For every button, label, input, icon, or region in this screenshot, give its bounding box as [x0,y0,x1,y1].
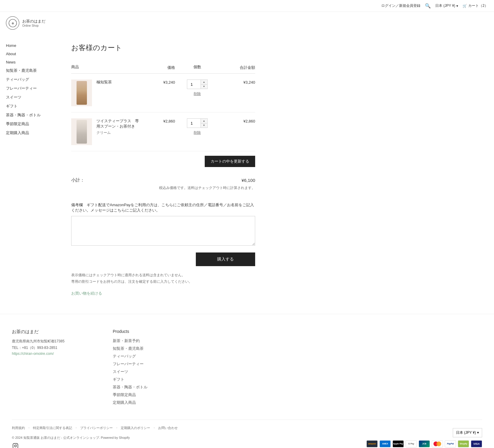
sidebar-item-link[interactable]: News [6,60,16,64]
amex-icon: AMEX [379,440,391,447]
shopify-icon: Shopify [458,440,469,447]
footer-policy-link[interactable]: 利用規約 [12,426,25,430]
sidebar-item: News [6,60,53,64]
footer: お茶のはまだ 鹿児島県南九州市知覧町都17385 TEL：+81（0）993-8… [0,314,494,448]
footer-product-link[interactable]: 定期購入商品 [113,400,136,405]
svg-point-4 [17,444,17,445]
footer-dot: ・ [27,426,31,430]
apple-pay-icon: Apple Pay [393,440,404,447]
footer-products-title: Products [113,329,482,334]
visa-icon: VISA [471,440,482,447]
footer-product-link[interactable]: 季節限定商品 [113,393,136,397]
footer-url[interactable]: https://chiran-omoiire.com/ [12,352,54,356]
login-link[interactable]: ログイン／新規会員登録 [381,3,420,8]
qty-up-button[interactable]: ▲ [201,80,207,85]
sidebar-item: 定期購入商品 [6,130,53,136]
sidebar-item-link[interactable]: ギフト [6,104,18,108]
sidebar-item: スイーツ [6,95,53,100]
footer-policy-link[interactable]: プライバシーポリシー [80,426,113,430]
footer-tel: TEL：+81（0）993-83-2851 [12,345,101,351]
col-header-price: 価格 [139,64,175,70]
delete-item-button[interactable]: 削除 [194,91,201,96]
qty-up-button[interactable]: ▲ [201,119,207,123]
product-image [71,118,92,145]
cart-item: 極知覧茶 ¥3,240 ▲ ▼ 削除 ¥3,240 [71,74,255,112]
footer-product-link[interactable]: スイーツ [113,369,128,374]
sidebar-item-link[interactable]: スイーツ [6,95,21,99]
footer-product-link[interactable]: 新茶・新茶予約 [113,339,140,343]
col-header-total: 合計金額 [220,64,255,70]
footer-language-selector[interactable]: 日本 (JPY ¥) ▾ [453,428,482,437]
sidebar-item-link[interactable]: フレーバーティー [6,86,37,90]
footer-product-item: 季節限定商品 [113,392,482,398]
notes-section: 備考欄 ギフト配送でAmazonPayをご利用の方は、こちらにご依頼主の住所／電… [71,202,255,247]
footer-products: Products 新茶・新茶予約知覧茶・鹿児島茶ティーバッグフレーバーティースイ… [113,329,482,408]
update-cart-row: カートの中を更新する [71,151,255,171]
continue-shopping-link[interactable]: お買い物を続ける [71,291,102,296]
qty-down-button[interactable]: ▼ [201,123,207,128]
update-cart-button[interactable]: カートの中を更新する [205,156,255,167]
sidebar-item-link[interactable]: ティーバッグ [6,77,29,82]
sidebar-item-link[interactable]: 茶器・陶器・ボトル [6,113,41,117]
footer-policy-link[interactable]: お問い合わせ [158,426,178,430]
logo-sub: Online Shop [22,24,45,27]
sidebar-item: 知覧茶・鹿児島茶 [6,68,53,73]
qty-arrows: ▲ ▼ [201,119,207,128]
footer-brand: お茶のはまだ 鹿児島県南九州市知覧町都17385 TEL：+81（0）993-8… [12,329,101,408]
footer-bottom: 利用規約・特定商取引法に関する表記・プライバシーポリシー・定期購入のポリシー・お… [12,420,482,448]
cart-link[interactable]: 🛒 カート（2） [463,3,488,8]
product-variant: クリーム [96,130,139,135]
footer-product-item: フレーバーティー [113,361,482,367]
qty-input[interactable] [187,80,201,89]
footer-product-item: 茶器・陶器・ボトル [113,385,482,390]
sidebar-item-link[interactable]: 知覧茶・鹿児島茶 [6,68,37,73]
cart-item-info: 極知覧茶 [71,80,139,106]
footer-product-item: 新茶・新茶予約 [113,338,482,344]
sidebar-item-link[interactable]: About [6,52,16,56]
sidebar-item-link[interactable]: 定期購入商品 [6,131,29,135]
qty-arrows: ▲ ▼ [201,80,207,89]
search-button[interactable]: 🔍 [425,3,431,9]
delete-item-button[interactable]: 削除 [194,130,201,135]
footer-policy-link[interactable]: 定期購入のポリシー [121,426,150,430]
payment-icons: amazon AMEX Apple Pay G Pay JCB PayPal S… [366,440,482,447]
checkout-row: 購入する [71,252,255,266]
svg-rect-2 [13,444,18,448]
qty-input[interactable] [187,119,201,128]
subtotal-amount: ¥6,100 [242,178,255,183]
col-header-qty: 個数 [175,64,220,70]
sidebar-item: ギフト [6,104,53,109]
notes-label: 備考欄 ギフト配送でAmazonPayをご利用の方は、こちらにご依頼主の住所／電… [71,202,255,213]
product-img-placeholder-2 [77,120,87,144]
language-selector[interactable]: 日本 (JPY ¥) ▾ [435,3,458,8]
checkout-button[interactable]: 購入する [196,252,255,266]
subtotal-note: 税込み価格です。送料はチェックアウト時に計算されます。 [71,185,255,190]
footer-product-link[interactable]: ティーバッグ [113,354,136,358]
svg-point-3 [15,445,17,447]
top-bar: ログイン／新規会員登録 🔍 日本 (JPY ¥) ▾ 🛒 カート（2） [0,0,494,12]
cart-footer-notes: 表示価格にはチェックアウト時に適用される送料は含まれていません。 専用の割引コー… [71,272,255,285]
mastercard-icon [432,440,443,447]
footer-brand-name: お茶のはまだ [12,329,101,335]
footer-dot: ・ [74,426,78,430]
qty-down-button[interactable]: ▼ [201,85,207,89]
footer-product-item: スイーツ [113,369,482,374]
footer-bottom-right: 日本 (JPY ¥) ▾ amazon AMEX Apple Pay G Pay… [366,428,482,447]
col-header-product: 商品 [71,64,139,70]
product-qty-wrapper: ▲ ▼ 削除 [175,80,220,96]
cart-note-1: 表示価格にはチェックアウト時に適用される送料は含まれていません。 [71,272,255,279]
sidebar-item-link[interactable]: Home [6,43,16,48]
footer-product-link[interactable]: 知覧茶・鹿児島茶 [113,346,144,351]
instagram-link[interactable] [12,442,178,448]
footer-product-link[interactable]: ギフト [113,377,124,382]
footer-policy-link[interactable]: 特定商取引法に関する表記 [33,426,72,430]
jcb-icon: JCB [419,440,430,447]
footer-product-link[interactable]: フレーバーティー [113,362,144,366]
notes-textarea[interactable] [71,216,255,246]
paypal-icon: PayPal [445,440,456,447]
sidebar-item-link[interactable]: 季節限定商品 [6,122,29,126]
footer-product-link[interactable]: 茶器・陶器・ボトル [113,385,147,389]
footer-links: 利用規約・特定商取引法に関する表記・プライバシーポリシー・定期購入のポリシー・お… [12,426,178,430]
logo-link[interactable]: ⊕ お茶のはまだ Online Shop [6,16,45,30]
footer-copyright: © 2024 知覧茶通販 お茶のはまだ - 公式オンラインショップ. Power… [12,436,178,440]
